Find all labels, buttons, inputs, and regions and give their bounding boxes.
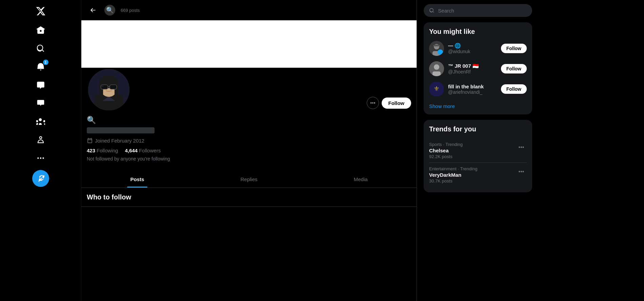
who-to-follow-section: Who to follow bbox=[81, 188, 417, 207]
svg-text:⚜: ⚜ bbox=[434, 85, 440, 92]
you-might-like-title: You might like bbox=[429, 28, 527, 36]
svg-rect-12 bbox=[101, 85, 103, 87]
svg-text:🌐: 🌐 bbox=[438, 50, 443, 55]
suggestion-avatar-ariefnoviandi: ⚜ bbox=[429, 82, 444, 96]
suggestion-info-jhoenrf: ™ JR 007 🇮🇩 @JhoenRf bbox=[448, 63, 497, 74]
trend-info-chelsea: Sports · Trending Chelsea 92.2K posts bbox=[429, 142, 463, 159]
svg-rect-17 bbox=[433, 45, 440, 46]
suggestion-item-widunuk: 🌐 — 🌐 @widunuk Follow bbox=[429, 41, 527, 56]
profile-action-btns: Follow bbox=[367, 97, 411, 112]
trend-posts-verydarkman: 30.7K posts bbox=[429, 178, 477, 184]
profile-joined: Joined February 2012 bbox=[87, 137, 411, 144]
svg-point-21 bbox=[434, 64, 439, 70]
search-bar[interactable] bbox=[424, 4, 532, 17]
trend-more-button-verydarkman[interactable]: ••• bbox=[516, 166, 527, 177]
not-followed-text: Not followed by anyone you're following bbox=[87, 156, 411, 162]
trend-name-chelsea: Chelsea bbox=[429, 148, 463, 153]
sidebar-item-notifications[interactable]: 1 bbox=[32, 58, 49, 75]
tab-media[interactable]: Media bbox=[305, 171, 417, 188]
followers-count: 4,644 bbox=[125, 148, 138, 153]
profile-info-section: Follow 🔍 Joined February 2012 423 Follow… bbox=[81, 68, 417, 167]
trend-item-verydarkman: Entertainment · Trending VeryDarkMan 30.… bbox=[429, 163, 527, 187]
profile-avatar-row: Follow bbox=[87, 68, 411, 116]
suggestion-name-ariefnoviandi: fill in the blank bbox=[448, 84, 497, 89]
follow-button-ariefnoviandi[interactable]: Follow bbox=[501, 84, 527, 94]
suggestion-username-jhoenrf: @JhoenRf bbox=[448, 69, 497, 74]
followers-stat[interactable]: 4,644 Followers bbox=[125, 148, 161, 153]
profile-header-bar: 🔍 669 posts bbox=[81, 0, 417, 20]
profile-avatar bbox=[87, 68, 131, 112]
suggestion-username-ariefnoviandi: @ariefnoviandi_ bbox=[448, 89, 497, 95]
trend-info-verydarkman: Entertainment · Trending VeryDarkMan 30.… bbox=[429, 166, 477, 184]
sidebar-item-more[interactable] bbox=[32, 150, 49, 167]
sidebar-item-explore[interactable] bbox=[32, 40, 49, 57]
search-input[interactable] bbox=[438, 8, 527, 14]
show-more-link[interactable]: Show more bbox=[429, 102, 527, 109]
trend-meta-chelsea: Sports · Trending bbox=[429, 142, 463, 147]
sidebar-item-compose[interactable] bbox=[32, 95, 49, 112]
trend-item-chelsea: Sports · Trending Chelsea 92.2K posts ••… bbox=[429, 138, 527, 163]
main-content: 🔍 669 posts bbox=[81, 0, 417, 301]
svg-rect-9 bbox=[101, 85, 108, 89]
create-post-button[interactable] bbox=[32, 170, 49, 187]
follow-button-jhoenrf[interactable]: Follow bbox=[501, 64, 527, 73]
logo-button[interactable] bbox=[32, 3, 49, 20]
suggestion-username-widunuk: @widunuk bbox=[448, 49, 497, 54]
svg-rect-8 bbox=[100, 80, 118, 83]
sidebar-item-profile[interactable] bbox=[32, 131, 49, 148]
trends-title: Trends for you bbox=[429, 125, 527, 133]
suggestion-item-ariefnoviandi: ⚜ fill in the blank @ariefnoviandi_ Foll… bbox=[429, 82, 527, 96]
header-posts-count: 669 posts bbox=[121, 8, 140, 13]
suggestion-avatar-jhoenrf bbox=[429, 61, 444, 76]
profile-username-emoji: 🔍 bbox=[87, 116, 96, 125]
search-icon bbox=[429, 7, 435, 14]
back-button[interactable] bbox=[87, 4, 99, 16]
trends-card: Trends for you Sports · Trending Chelsea… bbox=[424, 120, 532, 192]
trend-name-verydarkman: VeryDarkMan bbox=[429, 172, 477, 178]
profile-tabs: Posts Replies Media bbox=[81, 171, 417, 188]
follow-button-widunuk[interactable]: Follow bbox=[501, 44, 527, 53]
following-count: 423 bbox=[87, 148, 95, 153]
suggestion-info-ariefnoviandi: fill in the blank @ariefnoviandi_ bbox=[448, 84, 497, 95]
suggestion-avatar-widunuk: 🌐 bbox=[429, 41, 444, 56]
follow-button-main[interactable]: Follow bbox=[382, 98, 411, 109]
left-sidebar: 1 bbox=[0, 0, 81, 301]
more-options-button[interactable] bbox=[367, 97, 379, 109]
svg-rect-22 bbox=[432, 71, 441, 76]
suggestion-name-widunuk: — 🌐 bbox=[448, 43, 497, 49]
sidebar-item-communities[interactable] bbox=[32, 113, 49, 130]
suggestion-name-jhoenrf: ™ JR 007 🇮🇩 bbox=[448, 63, 497, 69]
right-sidebar: You might like 🌐 — 🌐 bbox=[417, 0, 539, 301]
profile-name-placeholder bbox=[87, 127, 155, 133]
tab-replies[interactable]: Replies bbox=[193, 171, 305, 188]
suggestion-item-jhoenrf: ™ JR 007 🇮🇩 @JhoenRf Follow bbox=[429, 61, 527, 76]
tab-posts[interactable]: Posts bbox=[81, 171, 193, 188]
trend-posts-chelsea: 92.2K posts bbox=[429, 154, 463, 159]
you-might-like-card: You might like 🌐 — 🌐 bbox=[424, 22, 532, 114]
profile-stats: 423 Following 4,644 Followers bbox=[87, 148, 411, 153]
followers-label: Followers bbox=[139, 148, 161, 153]
following-stat[interactable]: 423 Following bbox=[87, 148, 118, 153]
sidebar-item-messages[interactable] bbox=[32, 77, 49, 93]
svg-rect-10 bbox=[110, 85, 117, 89]
header-user-info: 669 posts bbox=[121, 8, 140, 13]
suggestion-info-widunuk: — 🌐 @widunuk bbox=[448, 43, 497, 54]
trend-more-button-chelsea[interactable]: ••• bbox=[516, 142, 527, 153]
notification-badge: 1 bbox=[43, 60, 48, 65]
who-to-follow-title: Who to follow bbox=[87, 193, 411, 201]
sidebar-item-home[interactable] bbox=[32, 22, 49, 39]
following-label: Following bbox=[97, 148, 118, 153]
join-date-text: Joined February 2012 bbox=[95, 138, 144, 144]
header-avatar: 🔍 bbox=[104, 5, 115, 16]
trend-meta-verydarkman: Entertainment · Trending bbox=[429, 166, 477, 171]
